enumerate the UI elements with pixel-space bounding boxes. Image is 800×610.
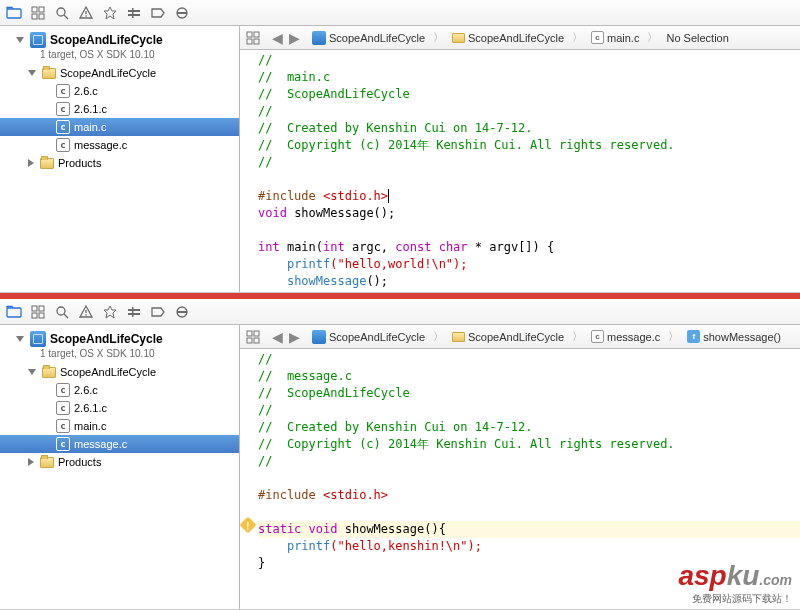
svg-rect-23	[39, 313, 44, 318]
test-nav-icon[interactable]	[102, 5, 118, 21]
project-root[interactable]: ScopeAndLifeCycle	[0, 329, 239, 349]
breadcrumb-folder[interactable]: ScopeAndLifeCycle	[452, 331, 564, 343]
c-file-icon: c	[56, 84, 70, 98]
folder-icon	[40, 457, 54, 468]
debug-nav-icon[interactable]	[126, 5, 142, 21]
breakpoint-nav-icon[interactable]	[150, 5, 166, 21]
issues-nav-icon[interactable]	[78, 304, 94, 320]
disclosure-triangle-icon[interactable]	[16, 336, 24, 342]
svg-rect-11	[128, 14, 140, 16]
svg-rect-19	[7, 308, 21, 317]
svg-rect-36	[247, 338, 252, 343]
folder-nav-icon[interactable]	[6, 304, 22, 320]
folder-node[interactable]: Products	[0, 453, 239, 471]
related-items-icon[interactable]	[246, 31, 260, 45]
c-file-icon: c	[56, 401, 70, 415]
file-node[interactable]: c2.6.c	[0, 381, 239, 399]
file-node[interactable]: cmessage.c	[0, 136, 239, 154]
svg-point-27	[85, 314, 87, 316]
project-root[interactable]: ScopeAndLifeCycle	[0, 30, 239, 50]
file-node-selected[interactable]: cmain.c	[0, 118, 239, 136]
svg-line-25	[64, 314, 68, 318]
c-file-icon: c	[56, 138, 70, 152]
svg-rect-35	[254, 331, 259, 336]
xcodeproj-icon	[30, 32, 46, 48]
svg-rect-31	[132, 307, 134, 317]
log-nav-icon[interactable]	[174, 5, 190, 21]
disclosure-triangle-icon[interactable]	[28, 70, 36, 76]
warning-icon[interactable]	[240, 517, 256, 534]
code-editor-bottom[interactable]: // // message.c // ScopeAndLifeCycle // …	[240, 349, 800, 609]
related-items-icon[interactable]	[246, 330, 260, 344]
c-file-icon: c	[56, 102, 70, 116]
navigator-toolbar-bottom	[0, 299, 800, 325]
folder-icon	[452, 33, 465, 43]
folder-icon	[40, 158, 54, 169]
symbol-nav-icon[interactable]	[30, 304, 46, 320]
c-file-icon: c	[591, 330, 604, 343]
svg-rect-16	[254, 32, 259, 37]
breadcrumb-project[interactable]: ScopeAndLifeCycle	[312, 330, 425, 344]
project-name: ScopeAndLifeCycle	[50, 33, 163, 47]
svg-point-8	[85, 15, 87, 17]
project-name: ScopeAndLifeCycle	[50, 332, 163, 346]
debug-nav-icon[interactable]	[126, 304, 142, 320]
forward-button[interactable]: ▶	[289, 329, 300, 345]
issues-nav-icon[interactable]	[78, 5, 94, 21]
disclosure-triangle-icon[interactable]	[28, 159, 34, 167]
code-editor-top[interactable]: // // main.c // ScopeAndLifeCycle // // …	[240, 50, 800, 292]
svg-rect-15	[247, 32, 252, 37]
c-file-icon: c	[56, 437, 70, 451]
c-file-icon: c	[56, 120, 70, 134]
project-subtitle: 1 target, OS X SDK 10.10	[0, 348, 239, 359]
svg-rect-18	[254, 39, 259, 44]
xcodeproj-icon	[312, 31, 326, 45]
svg-marker-9	[104, 7, 116, 19]
breadcrumb-file[interactable]: cmain.c	[591, 31, 639, 44]
folder-node[interactable]: ScopeAndLifeCycle	[0, 64, 239, 82]
disclosure-triangle-icon[interactable]	[28, 369, 36, 375]
chevron-right-icon: 〉	[431, 329, 446, 344]
file-node[interactable]: c2.6.1.c	[0, 399, 239, 417]
svg-rect-30	[128, 313, 140, 315]
log-nav-icon[interactable]	[174, 304, 190, 320]
file-node[interactable]: c2.6.c	[0, 82, 239, 100]
file-node[interactable]: cmain.c	[0, 417, 239, 435]
svg-rect-2	[39, 7, 44, 12]
svg-rect-17	[247, 39, 252, 44]
file-node-selected[interactable]: cmessage.c	[0, 435, 239, 453]
svg-rect-14	[177, 12, 187, 14]
search-nav-icon[interactable]	[54, 304, 70, 320]
svg-rect-12	[132, 8, 134, 18]
folder-node[interactable]: ScopeAndLifeCycle	[0, 363, 239, 381]
project-subtitle: 1 target, OS X SDK 10.10	[0, 49, 239, 60]
chevron-right-icon: 〉	[570, 30, 585, 45]
svg-rect-0	[7, 9, 21, 18]
folder-nav-icon[interactable]	[6, 5, 22, 21]
c-file-icon: c	[56, 419, 70, 433]
test-nav-icon[interactable]	[102, 304, 118, 320]
project-navigator-top: ScopeAndLifeCycle 1 target, OS X SDK 10.…	[0, 26, 240, 292]
svg-point-5	[57, 8, 65, 16]
breadcrumb-folder[interactable]: ScopeAndLifeCycle	[452, 32, 564, 44]
breadcrumb-symbol[interactable]: No Selection	[666, 32, 728, 44]
disclosure-triangle-icon[interactable]	[28, 458, 34, 466]
svg-rect-1	[32, 7, 37, 12]
search-nav-icon[interactable]	[54, 5, 70, 21]
back-button[interactable]: ◀	[272, 329, 283, 345]
back-button[interactable]: ◀	[272, 30, 283, 46]
breakpoint-nav-icon[interactable]	[150, 304, 166, 320]
svg-marker-28	[104, 306, 116, 318]
breadcrumb-project[interactable]: ScopeAndLifeCycle	[312, 31, 425, 45]
symbol-nav-icon[interactable]	[30, 5, 46, 21]
svg-line-6	[64, 15, 68, 19]
breadcrumb-file[interactable]: cmessage.c	[591, 330, 660, 343]
disclosure-triangle-icon[interactable]	[16, 37, 24, 43]
chevron-right-icon: 〉	[431, 30, 446, 45]
breadcrumb-symbol[interactable]: fshowMessage()	[687, 330, 781, 343]
forward-button[interactable]: ▶	[289, 30, 300, 46]
chevron-right-icon: 〉	[645, 30, 660, 45]
folder-node[interactable]: Products	[0, 154, 239, 172]
svg-rect-33	[177, 311, 187, 313]
file-node[interactable]: c2.6.1.c	[0, 100, 239, 118]
